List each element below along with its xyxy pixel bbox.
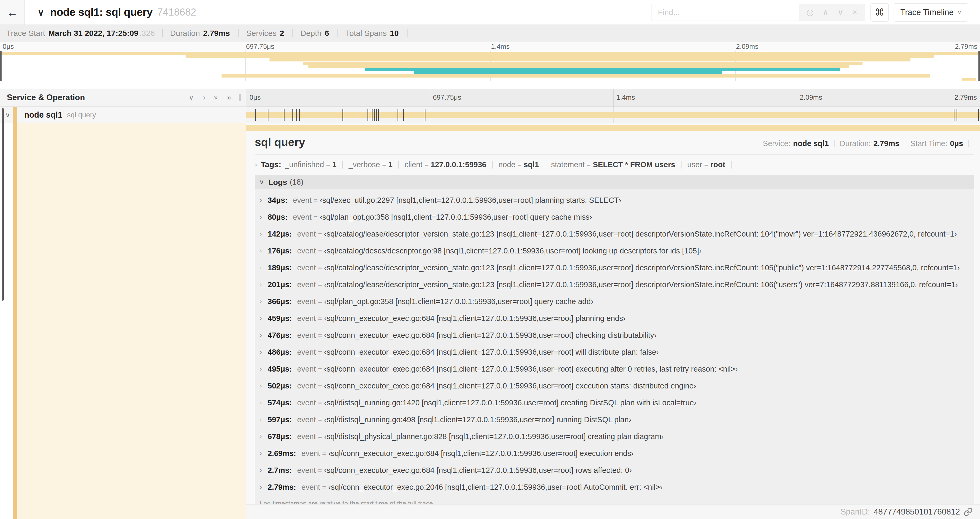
log-entry[interactable]: › 597μs: event = ‹sql/distsql_running.go… [255, 411, 974, 428]
log-field-name: event [297, 314, 316, 323]
axis-divider [430, 89, 430, 107]
chevron-right-icon: › [260, 382, 268, 390]
divider [293, 29, 293, 37]
collapse-all-icon[interactable]: » [212, 96, 220, 99]
log-field-name: event [297, 348, 316, 356]
column-resize-grip[interactable] [239, 94, 241, 101]
equals-sign: = [314, 213, 318, 221]
view-selector-label: Trace Timeline [900, 8, 954, 17]
log-entry[interactable]: › 2.7ms: event = ‹sql/conn_executor_exec… [255, 462, 974, 479]
log-value: ‹sql/conn_executor_exec.go:684 [nsql1,cl… [324, 466, 632, 475]
span-operation-name: sql query [67, 111, 96, 119]
chevron-right-icon: › [260, 281, 268, 288]
chevron-right-icon: › [260, 450, 268, 457]
equals-sign: = [318, 315, 322, 323]
log-timestamp: 495μs: [268, 365, 292, 374]
log-field-name: event [297, 432, 316, 441]
minimap-span-bar [308, 65, 848, 68]
logs-header[interactable]: ∨ Logs (18) [255, 176, 974, 189]
tag-key: node [498, 160, 515, 169]
deep-link-icon[interactable] [964, 508, 973, 516]
find-icon[interactable]: × [853, 8, 857, 17]
log-entry[interactable]: › 366μs: event = ‹sql/plan_opt.go:358 [n… [255, 293, 974, 310]
log-value: ‹sql/distsql_physical_planner.go:828 [ns… [324, 432, 664, 441]
keyboard-shortcuts-button[interactable]: ⌘ [870, 3, 889, 22]
log-tick-mark [956, 109, 957, 121]
trace-meta-item: Duration 2.79ms [170, 29, 231, 38]
log-timestamp: 34μs: [268, 196, 288, 204]
span-id-row: SpanID: 4877749850101760812 [246, 504, 980, 519]
log-tick-mark [425, 109, 425, 121]
axis-tick-label: 1.4ms [616, 93, 635, 102]
detail-meta-value: 0μs [950, 139, 963, 148]
span-bar-cell[interactable] [246, 107, 980, 123]
span-detail-title: sql query [255, 136, 305, 149]
divider [905, 140, 905, 147]
log-entry[interactable]: › 142μs: event = ‹sql/catalog/lease/desc… [255, 225, 974, 242]
log-timestamp: 2.79ms: [268, 483, 296, 492]
chevron-right-icon: › [260, 416, 268, 423]
meta-label: Services [246, 29, 277, 38]
log-timestamp: 201μs: [268, 280, 292, 289]
log-entry[interactable]: › 459μs: event = ‹sql/conn_executor_exec… [255, 310, 974, 327]
detail-meta-label: Start Time: [910, 139, 947, 148]
vertical-scrollbar-thumb[interactable] [2, 108, 4, 301]
timeline-minimap[interactable] [0, 51, 980, 81]
log-timestamp: 366μs: [268, 297, 292, 306]
find-icon[interactable]: ∧ [822, 7, 829, 17]
chevron-down-icon[interactable]: ∨ [5, 111, 10, 119]
span-row[interactable]: ∨ node sql1 sql query [0, 107, 980, 123]
equals-sign: = [318, 348, 322, 356]
log-value: ‹sql/catalog/descs/descriptor.go:98 [nsq… [324, 247, 702, 255]
log-field-name: event [297, 415, 316, 424]
find-icon[interactable]: ∨ [837, 7, 843, 17]
find-icon[interactable]: ◎ [807, 7, 813, 17]
expand-one-icon[interactable]: › [203, 94, 205, 102]
collapse-trace-chevron-icon[interactable]: ∨ [37, 7, 44, 18]
minimap-right-handle[interactable] [978, 51, 980, 81]
span-duration-bar[interactable] [246, 112, 980, 118]
minimap-left-handle[interactable] [0, 51, 2, 81]
log-value: ‹sql/plan_opt.go:358 [nsql1,client=127.0… [324, 297, 593, 306]
collapse-one-icon[interactable]: ∨ [189, 93, 194, 102]
minimap-tick: 2.79ms [955, 43, 977, 51]
log-entry[interactable]: › 2.79ms: event = ‹sql/conn_executor_exe… [255, 479, 974, 495]
log-entry[interactable]: › 176μs: event = ‹sql/catalog/descs/desc… [255, 242, 974, 259]
log-entry[interactable]: › 2.69ms: event = ‹sql/conn_executor_exe… [255, 445, 974, 462]
log-timestamp: 574μs: [268, 398, 292, 407]
span-name-cell[interactable]: ∨ node sql1 sql query [0, 107, 246, 123]
divider [162, 29, 163, 37]
tags-row[interactable]: › Tags: _unfinished = 1 [255, 159, 974, 170]
log-entry[interactable]: › 486μs: event = ‹sql/conn_executor_exec… [255, 343, 974, 361]
back-button[interactable]: ← [0, 0, 25, 24]
expand-all-icon[interactable]: » [227, 94, 231, 102]
meta-label: Duration [170, 29, 200, 38]
view-selector-button[interactable]: Trace Timeline ∨ [894, 3, 969, 22]
minimap-tick: 1.4ms [491, 43, 510, 51]
divider [342, 161, 343, 169]
log-entry[interactable]: › 502μs: event = ‹sql/conn_executor_exec… [255, 377, 974, 394]
service-operation-header: Service & Operation ∨›»» [0, 89, 246, 107]
log-entry[interactable]: › 80μs: event = ‹sql/plan_opt.go:358 [ns… [255, 209, 974, 225]
log-entry[interactable]: › 34μs: event = ‹sql/exec_util.go:2297 [… [255, 192, 974, 209]
equals-sign: = [318, 416, 322, 424]
log-entry[interactable]: › 574μs: event = ‹sql/distsql_running.go… [255, 394, 974, 411]
log-tick-mark [293, 109, 293, 121]
tag-item: node = sql1 [498, 160, 539, 169]
log-entry[interactable]: › 201μs: event = ‹sql/catalog/lease/desc… [255, 276, 974, 293]
chevron-right-icon: › [260, 247, 268, 254]
find-input[interactable] [651, 4, 799, 21]
meta-value: 2.79ms [203, 29, 230, 38]
log-entry[interactable]: › 476μs: event = ‹sql/conn_executor_exec… [255, 327, 974, 343]
log-field-name: event [293, 213, 312, 222]
log-entry[interactable]: › 189μs: event = ‹sql/catalog/lease/desc… [255, 259, 974, 276]
chevron-right-icon: › [260, 399, 268, 406]
chevron-right-icon: › [260, 466, 268, 474]
timeline-columns-header: Service & Operation ∨›»» 0μs 697.75μs 1.… [0, 89, 980, 107]
log-field-name: event [297, 263, 316, 272]
log-field-name: event [297, 280, 316, 289]
divider [545, 161, 545, 169]
log-entry[interactable]: › 495μs: event = ‹sql/conn_executor_exec… [255, 361, 974, 377]
span-tint-backdrop [13, 123, 246, 519]
log-entry[interactable]: › 678μs: event = ‹sql/distsql_physical_p… [255, 428, 974, 445]
